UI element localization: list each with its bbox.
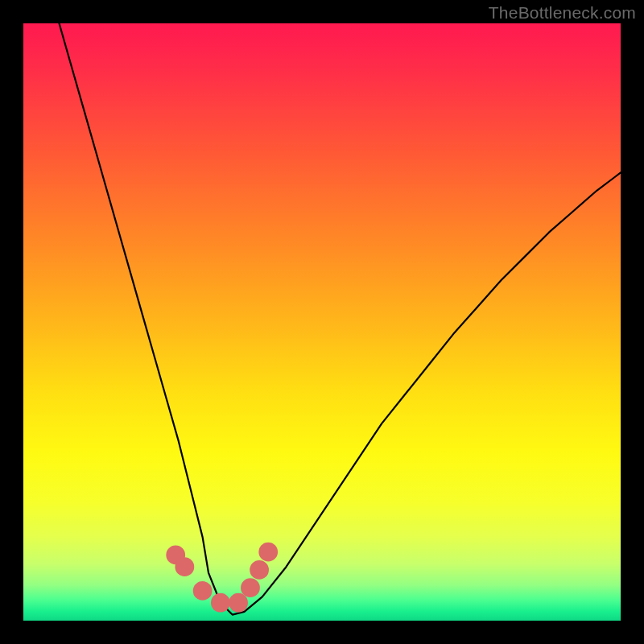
threshold-marker bbox=[193, 581, 213, 601]
plot-area bbox=[23, 23, 621, 621]
threshold-marker bbox=[241, 578, 260, 597]
gradient-background bbox=[23, 23, 621, 621]
plot-svg bbox=[23, 23, 621, 621]
threshold-marker bbox=[211, 593, 230, 613]
threshold-marker bbox=[250, 560, 269, 580]
threshold-marker bbox=[175, 557, 194, 576]
watermark-label: TheBottleneck.com bbox=[489, 3, 636, 23]
threshold-marker bbox=[229, 593, 248, 613]
chart-frame: TheBottleneck.com bbox=[0, 0, 644, 644]
threshold-marker bbox=[258, 543, 278, 562]
